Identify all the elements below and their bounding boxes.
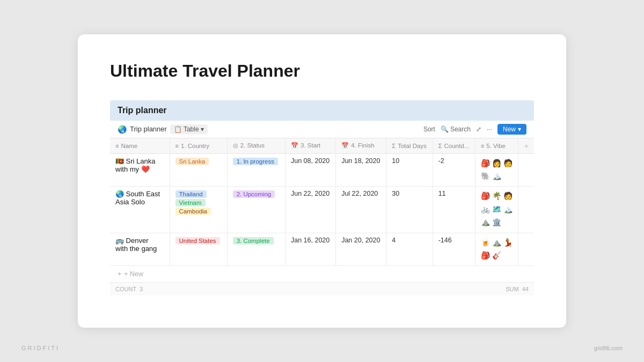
row3-status: 3. Complete (227, 233, 285, 266)
table-icon: 📋 (174, 125, 182, 133)
data-table: ≡Name ≡1. Country ◎2. Status 📅3. Start 📅… (110, 138, 534, 267)
col-total-days: ΣTotal Days (386, 138, 433, 154)
col-status: ◎2. Status (227, 138, 285, 154)
country-tag[interactable]: Thailand (175, 190, 207, 198)
country-tag[interactable]: Sri Lanka (175, 158, 209, 165)
row2-extra (518, 187, 534, 233)
col-finish: 📅4. Finish (336, 138, 386, 154)
col-vibe: ≡5. Vibe (475, 138, 518, 154)
chevron-down-icon: ▾ (201, 125, 204, 133)
col-start: 📅3. Start (285, 138, 335, 154)
database-header: Trip planner (110, 100, 534, 121)
row3-name: 🚌 Denverwith the gang (110, 233, 170, 266)
search-button[interactable]: 🔍 Search (441, 125, 471, 133)
row3-finish: Jan 20, 2020 (336, 233, 386, 266)
page-title: Ultimate Travel Planner (110, 61, 534, 81)
database-container: Trip planner 🌏 Trip planner 📋 Table ▾ So… (110, 100, 534, 296)
database-header-text: Trip planner (118, 106, 167, 115)
row3-country: United States (170, 233, 227, 266)
row2-country: Thailand Vietnam Cambodia (170, 187, 227, 233)
status-tag[interactable]: 3. Complete (233, 237, 274, 245)
search-label: Search (450, 125, 471, 133)
col-country: ≡1. Country (170, 138, 227, 154)
more-button[interactable]: ··· (487, 125, 492, 133)
row3-countdown: -146 (433, 233, 475, 266)
sort-label: Sort (423, 125, 435, 133)
new-button[interactable]: New ▾ (497, 124, 526, 135)
row1-days: 10 (386, 153, 433, 187)
country-tag[interactable]: Vietnam (175, 199, 206, 206)
add-column-button[interactable]: + (518, 138, 534, 154)
view-selector[interactable]: 📋 Table ▾ (170, 124, 208, 134)
row3-extra (518, 233, 534, 266)
row2-vibe: 🎒 🌴 🧑 🚲 🗺️ 🏔️ ⛰️ 🏛️ (475, 187, 518, 233)
brand-left: GRIDFITI (21, 345, 60, 351)
row1-start: Jun 08, 2020 (285, 153, 335, 187)
row2-finish: Jul 22, 2020 (336, 187, 386, 233)
row2-countdown: 11 (433, 187, 475, 233)
table-footer: COUNT 3 SUM 44 (110, 282, 534, 295)
search-icon: 🔍 (441, 125, 449, 133)
country-tag[interactable]: United States (175, 237, 220, 245)
table-row: 🇱🇰 Sri Lankawith my ❤️ Sri Lanka 1. In p… (110, 153, 534, 187)
new-chevron-icon: ▾ (518, 125, 521, 133)
col-countdown: ΣCountd... (433, 138, 475, 154)
row2-days: 30 (386, 187, 433, 233)
sort-button[interactable]: Sort (423, 125, 435, 133)
row2-name: 🌏 South EastAsia Solo (110, 187, 170, 233)
db-name-label: Trip planner (130, 125, 167, 133)
more-icon: ··· (487, 125, 492, 133)
table-header-row: ≡Name ≡1. Country ◎2. Status 📅3. Start 📅… (110, 138, 534, 154)
status-tag[interactable]: 2. Upcoming (233, 190, 275, 198)
database-toolbar: 🌏 Trip planner 📋 Table ▾ Sort 🔍 Search ⤢ (110, 121, 534, 138)
col-name: ≡Name (110, 138, 170, 154)
brand-right: gridfiti.com (594, 345, 623, 351)
table-row: 🌏 South EastAsia Solo Thailand Vietnam C… (110, 187, 534, 233)
country-tag[interactable]: Cambodia (175, 208, 211, 215)
row1-finish: Jun 18, 2020 (336, 153, 386, 187)
row1-extra (518, 153, 534, 187)
row1-countdown: -2 (433, 153, 475, 187)
row1-name: 🇱🇰 Sri Lankawith my ❤️ (110, 153, 170, 187)
footer-sum: SUM 44 (506, 286, 529, 292)
row2-status: 2. Upcoming (227, 187, 285, 233)
row1-vibe: 🎒 👩 🧑 🐘 🏔️ (475, 153, 518, 187)
row3-vibe: 🍺 ⛰️ 💃 🎒 🎸 (475, 233, 518, 266)
status-tag[interactable]: 1. In progress (233, 158, 278, 165)
row1-country: Sri Lanka (170, 153, 227, 187)
db-globe-icon: 🌏 (118, 125, 127, 134)
new-label: New (503, 125, 516, 133)
row3-days: 4 (386, 233, 433, 266)
table-row: 🚌 Denverwith the gang United States 3. C… (110, 233, 534, 266)
toolbar-left: 🌏 Trip planner 📋 Table ▾ (118, 124, 419, 134)
new-row-label: + New (124, 270, 143, 278)
view-label: Table (184, 125, 199, 133)
toolbar-right: Sort 🔍 Search ⤢ ··· New ▾ (423, 124, 526, 135)
expand-icon: ⤢ (476, 125, 481, 133)
footer-count: COUNT 3 (115, 286, 212, 292)
row2-start: Jun 22, 2020 (285, 187, 335, 233)
row1-status: 1. In progress (227, 153, 285, 187)
plus-icon: + (118, 270, 121, 278)
expand-button[interactable]: ⤢ (476, 125, 481, 133)
new-row-button[interactable]: + + New (110, 266, 534, 282)
main-card: Ultimate Travel Planner Trip planner 🌏 T… (78, 34, 566, 328)
row3-start: Jan 16, 2020 (285, 233, 335, 266)
